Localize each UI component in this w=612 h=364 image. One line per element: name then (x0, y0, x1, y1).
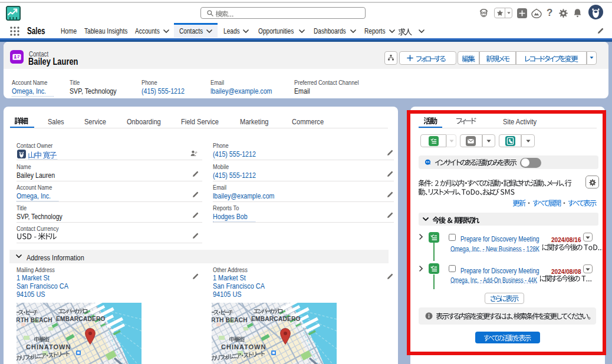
svg-text:CHINATOWN: CHINATOWN (26, 343, 71, 350)
svg-text:CHINATOWN: CHINATOWN (221, 343, 266, 350)
svg-text:EMBARCADERO: EMBARCADERO (251, 316, 301, 322)
svg-text:ORTH BEACH: ORTH BEACH (212, 317, 248, 323)
svg-text:EMBARCADERO: EMBARCADERO (56, 316, 106, 322)
svg-text:ORTH BEACH: ORTH BEACH (17, 317, 52, 323)
